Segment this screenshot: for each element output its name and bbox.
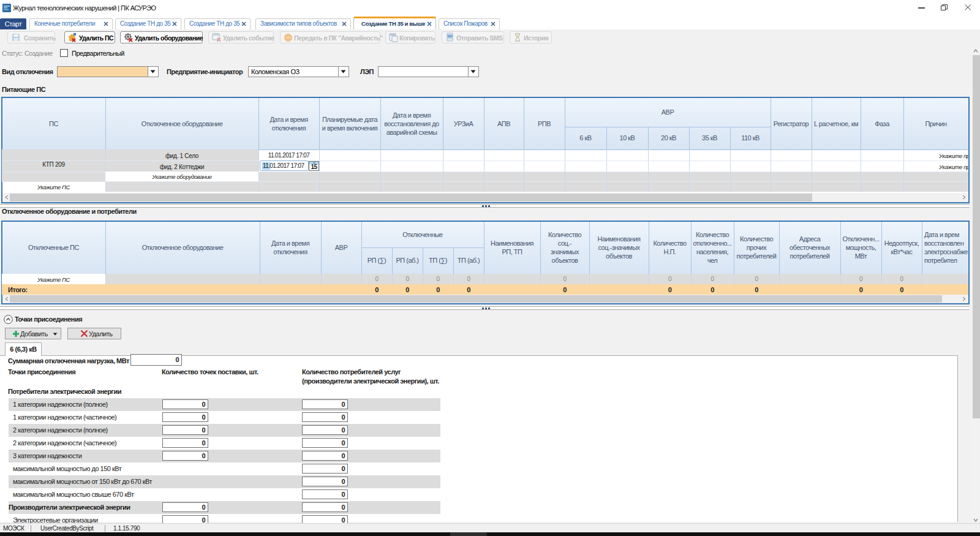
- svg-text:SMS: SMS: [447, 35, 453, 38]
